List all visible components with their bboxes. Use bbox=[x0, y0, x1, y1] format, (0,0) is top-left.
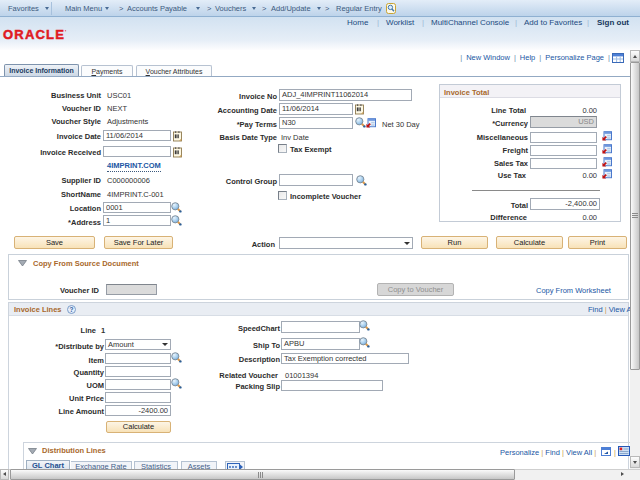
svg-text:?: ? bbox=[70, 306, 74, 313]
